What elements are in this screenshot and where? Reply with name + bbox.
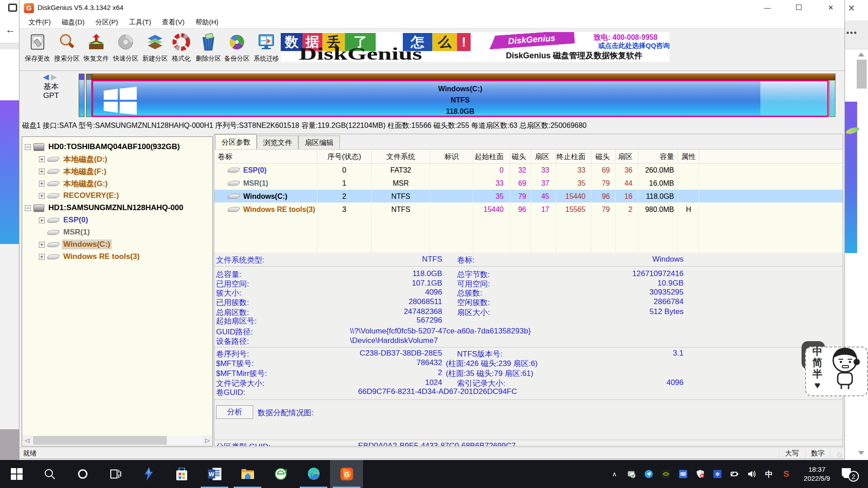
table-row[interactable]: Windows(C:) 2 NTFS 35 79 45 15440 96 16 … [214,190,843,203]
analyze-button[interactable]: 分析 [216,405,253,419]
ad-qq-link[interactable]: 或点击此处选择QQ咨询 [598,42,670,50]
tree-item[interactable]: Windows RE tools(3) [22,251,212,263]
menu-item[interactable]: 帮助(H) [190,16,224,28]
backup-partition-button[interactable]: 备份分区 [222,32,251,69]
menu-item[interactable]: 分区(P) [90,16,123,28]
tree-item[interactable]: ESP(0) [22,214,212,226]
tree-item[interactable]: 本地磁盘(F:) [22,165,212,177]
table-row[interactable] [214,229,843,242]
resize-grip[interactable] [837,452,842,458]
tray-intel-icon[interactable] [675,460,692,488]
browser-toolbar-edge [0,43,19,49]
quick-partition-button[interactable]: 快速分区 [111,32,140,69]
scroll-down-icon[interactable] [858,451,864,455]
table-row[interactable] [214,216,843,229]
scrollbar-thumb[interactable] [33,436,167,445]
scroll-left-icon[interactable]: ◁ [23,435,32,446]
tray-expand-icon[interactable]: ∧ [606,460,623,488]
next-disk-icon[interactable]: ▶ [51,73,57,81]
tray-power-icon[interactable] [726,460,743,488]
table-row[interactable]: Windows RE tools(3) 3 NTFS 15440 96 17 1… [214,203,843,216]
expand-toggle-icon[interactable] [39,242,45,248]
msr-partition-block[interactable] [86,74,92,117]
expand-toggle-icon[interactable] [39,254,45,260]
start-button[interactable] [0,460,33,488]
minimize-button[interactable]: — [757,0,778,16]
tray-volume-icon[interactable] [743,460,760,488]
tab[interactable]: 浏览文件 [257,136,298,149]
menu-item[interactable]: 查看(V) [156,16,190,28]
windows-c-partition-block[interactable]: Windows(C:)NTFS118.0GB [92,80,829,117]
menu-item[interactable]: 磁盘(D) [56,16,90,28]
format-button[interactable]: 格式化 [167,32,196,69]
tab[interactable]: 扇区编辑 [298,136,340,149]
tree-item[interactable]: MSR(1) [22,226,212,238]
tray-card-icon[interactable] [623,460,640,488]
ad-big-logo-text: DiskGenius [299,44,422,62]
ad-banner[interactable]: 数 据 丢 了 怎 么 ! DiskGenius DiskGenius 致电: … [281,32,670,62]
maximize-button[interactable] [788,0,809,16]
tree-item[interactable]: 本地磁盘(G:) [22,178,212,189]
tray-messenger-icon[interactable] [640,460,657,488]
tree-item[interactable]: RECOVERY(E:) [22,190,212,202]
svg-text:W: W [208,471,214,478]
task-view-button[interactable] [99,460,132,488]
internet-explorer-button[interactable] [264,460,297,488]
back-arrow-icon[interactable]: ← [5,25,16,34]
notification-center[interactable]: 2 [839,460,868,488]
disk-nav-arrows[interactable]: ◀ ▶ [43,72,59,81]
prev-disk-icon[interactable]: ◀ [43,73,49,81]
word-button[interactable]: W [198,460,231,488]
cortana-button[interactable] [66,460,99,488]
close-button[interactable]: ✕ [820,0,841,16]
expand-toggle-icon[interactable] [39,217,45,223]
diskgenius-taskbar-button[interactable]: G [330,460,363,488]
detail-row: 设备路径: \Device\HarddiskVolume7 [214,336,843,346]
flash-app-button[interactable] [132,460,165,488]
tray-ime-icon[interactable]: 中 [760,460,778,488]
detail-row: 已用空间: 107.1GB 可用空间: 10.9GB [214,279,843,288]
tray-sogou-icon[interactable]: S [778,460,795,488]
esp-partition-block[interactable] [79,74,85,117]
scrollbar-thumb[interactable] [857,60,867,89]
allocation-map-label: 数据分配情况图: [258,408,314,418]
background-close-icon[interactable]: ✕ [848,4,857,13]
menu-item[interactable]: 工具(T) [123,16,156,28]
tray-snowflake-icon[interactable]: ❄ [709,460,726,488]
menu-item[interactable]: 文件(F) [23,16,56,28]
separator [214,347,843,347]
menu-dots-icon[interactable]: ••• [846,28,858,38]
tree-item[interactable]: HD0:TOSHIBAMQ04ABF100(932GB) [22,141,212,153]
expand-toggle-icon[interactable] [39,193,45,199]
tree-item[interactable]: 本地磁盘(D:) [22,153,212,165]
expand-toggle-icon[interactable] [39,156,45,162]
table-row[interactable]: ESP(0) 0 FAT32 0 32 33 33 69 36 260.0MB [214,164,843,177]
search-partition-button[interactable]: 搜索分区 [52,32,81,69]
tray-defender-icon[interactable] [692,460,709,488]
delete-partition-button[interactable]: 删除分区 [194,32,223,69]
table-row[interactable]: MSR(1) 1 MSR 33 69 37 35 79 44 16.0MB [214,177,843,190]
expand-toggle-icon[interactable] [39,181,45,187]
microsoft-store-button[interactable] [165,460,198,488]
scroll-right-icon[interactable]: ▷ [203,435,212,446]
tab[interactable]: 分区参数 [215,134,257,149]
system-migration-button[interactable]: 系统迁移 [252,32,281,69]
new-partition-button[interactable]: 新建分区 [141,32,170,69]
save-changes-button[interactable]: 保存更改 [23,32,52,69]
scroll-up-icon[interactable] [858,52,864,56]
tree-item[interactable]: HD1:SAMSUNGMZNLN128HAHQ-000 [22,202,212,214]
search-button[interactable] [33,460,66,488]
taskbar-clock[interactable]: 18:37 2022/5/9 [795,465,839,483]
expand-toggle-icon[interactable] [39,169,45,174]
expand-toggle-icon[interactable] [25,205,31,211]
file-explorer-button[interactable] [231,460,264,488]
edge-button[interactable] [297,460,330,488]
tree-horizontal-scrollbar[interactable]: ◁ ▷ [23,435,212,446]
re-partition-block[interactable] [829,80,835,117]
tree-item[interactable]: Windows(C:) [22,239,212,250]
recover-files-button[interactable]: 恢复文件 [82,32,111,69]
expand-toggle-icon[interactable] [25,144,31,150]
ime-widget[interactable]: 中简半♥ [802,341,868,398]
separator [214,440,843,440]
tray-nvidia-icon[interactable] [657,460,675,488]
